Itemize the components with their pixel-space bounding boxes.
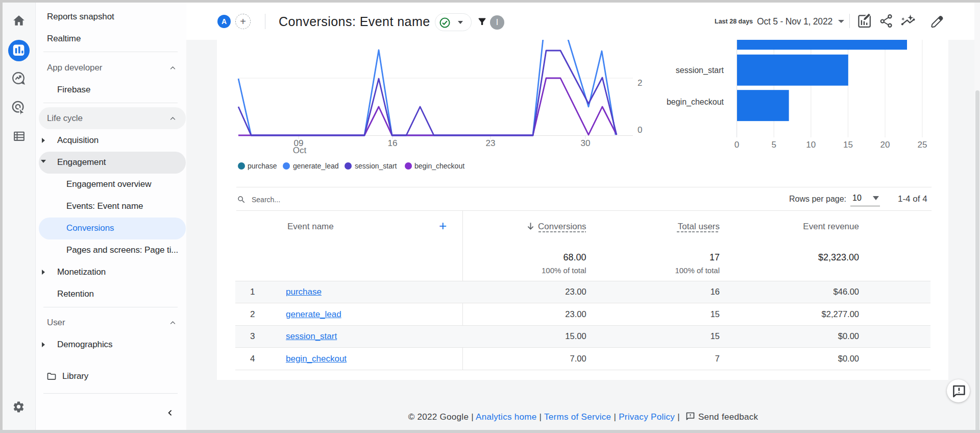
svg-text:begin_checkout: begin_checkout: [414, 162, 464, 170]
svg-text:0: 0: [638, 125, 642, 135]
svg-text:purchase: purchase: [248, 162, 277, 170]
svg-text:30: 30: [581, 138, 591, 148]
svg-text:25: 25: [917, 140, 927, 150]
svg-text:session_start: session_start: [676, 66, 724, 75]
svg-text:5: 5: [771, 140, 776, 150]
svg-text:10: 10: [806, 140, 816, 150]
svg-text:Oct: Oct: [293, 146, 307, 155]
svg-text:session_start: session_start: [355, 162, 397, 170]
svg-text:begin_checkout: begin_checkout: [667, 98, 724, 107]
svg-text:23: 23: [486, 138, 496, 148]
svg-text:0: 0: [734, 140, 739, 150]
svg-text:2: 2: [638, 78, 642, 88]
svg-text:20: 20: [880, 140, 890, 150]
svg-text:generate_lead: generate_lead: [293, 162, 339, 170]
svg-text:15: 15: [843, 140, 853, 150]
svg-text:16: 16: [388, 138, 398, 148]
